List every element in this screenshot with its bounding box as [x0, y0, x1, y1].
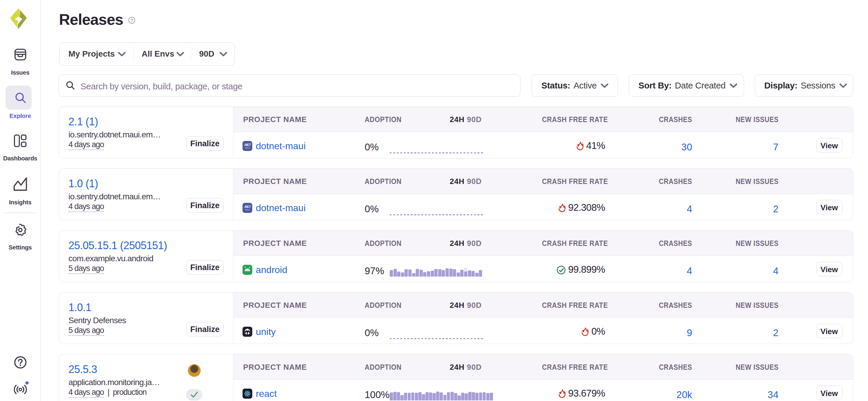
svg-text:.NET: .NET	[244, 143, 251, 146]
svg-text:MAUI: MAUI	[245, 209, 250, 211]
svg-text:.NET: .NET	[244, 205, 251, 208]
svg-text:MAUI: MAUI	[245, 147, 250, 149]
